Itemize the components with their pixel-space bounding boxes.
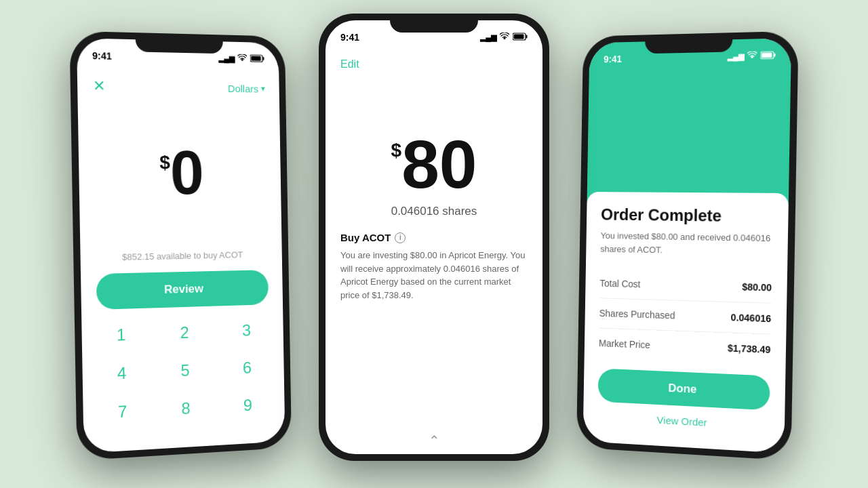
phone-3: 9:41 ▂▄▆ Order Complete You invested $80…: [576, 31, 799, 461]
currency-symbol-2: $: [391, 140, 402, 161]
signal-icon-1: ▂▄▆: [218, 54, 234, 63]
screen-2: Edit $ 80 0.046016 shares Buy ACOT i You…: [326, 50, 542, 454]
numpad-5[interactable]: 5: [153, 350, 216, 391]
status-icons-3: ▂▄▆: [728, 51, 776, 62]
order-row-market: Market Price $1,738.49: [599, 328, 771, 365]
dollars-dropdown[interactable]: Dollars: [228, 83, 265, 95]
numpad-3[interactable]: 3: [216, 311, 277, 350]
wifi-icon-3: [747, 52, 757, 62]
svg-rect-5: [514, 35, 524, 39]
chevron-up-icon[interactable]: ⌃: [429, 432, 440, 449]
screen-3: Order Complete You invested $80.00 and r…: [583, 68, 791, 453]
numpad-1[interactable]: 1: [88, 314, 153, 355]
phone1-header: ✕ Dollars: [77, 68, 279, 103]
order-complete-title: Order Complete: [601, 205, 773, 226]
numpad-4[interactable]: 4: [89, 353, 154, 394]
battery-icon-3: [760, 51, 776, 61]
currency-symbol-1: $: [159, 152, 170, 174]
view-order-button[interactable]: View Order: [597, 411, 770, 432]
screen-1: ✕ Dollars $ 0 $852.15 available to buy A…: [77, 68, 285, 453]
battery-icon-1: [250, 54, 264, 64]
svg-rect-4: [526, 35, 528, 39]
big-amount-1: 0: [170, 142, 204, 203]
shares-purchased-label: Shares Purchased: [599, 308, 675, 321]
notch-1: [136, 33, 223, 54]
review-button[interactable]: Review: [96, 270, 269, 310]
shares-text: 0.046016 shares: [326, 205, 542, 218]
shares-purchased-value: 0.046016: [731, 312, 772, 324]
phone-2: 9:41 ▂▄▆ Edit $ 80 0.046016 shares: [319, 14, 549, 461]
notch-2: [390, 14, 478, 33]
total-cost-value: $80.00: [742, 281, 772, 293]
phone3-top-green: [587, 68, 791, 207]
notch-3: [645, 33, 732, 54]
amount-display-2: $ 80: [326, 130, 542, 198]
phone-1: 9:41 ▂▄▆ ✕ Dollars $ 0 $: [69, 31, 292, 461]
order-desc: You invested $80.00 and received 0.04601…: [600, 229, 772, 258]
market-price-label: Market Price: [599, 338, 650, 350]
done-button[interactable]: Done: [597, 368, 770, 410]
total-cost-label: Total Cost: [599, 278, 640, 289]
numpad-2[interactable]: 2: [153, 312, 216, 352]
signal-icon-2: ▂▄▆: [480, 33, 496, 42]
info-icon[interactable]: i: [395, 232, 406, 243]
svg-rect-1: [262, 57, 264, 60]
battery-icon-2: [513, 33, 528, 42]
numpad-7[interactable]: 7: [90, 391, 155, 433]
numpad-8[interactable]: 8: [154, 388, 217, 430]
amount-display-1: $ 0: [79, 142, 281, 204]
signal-icon-3: ▂▄▆: [728, 52, 744, 62]
numpad-9[interactable]: 9: [217, 385, 279, 426]
buy-description: You are investing $80.00 in Apricot Ener…: [340, 249, 528, 302]
available-text-1: $852.15 available to buy ACOT: [80, 249, 281, 263]
edit-button[interactable]: Edit: [340, 58, 359, 70]
status-icons-2: ▂▄▆: [480, 33, 528, 42]
buy-title: Buy ACOT i: [340, 232, 528, 243]
status-icons-1: ▂▄▆: [218, 54, 264, 64]
numpad: 1 2 3 4 5 6 7 8 9: [81, 310, 285, 433]
time-2: 9:41: [340, 32, 359, 43]
svg-rect-7: [774, 54, 775, 57]
wifi-icon-2: [500, 33, 509, 42]
time-1: 9:41: [92, 50, 112, 62]
svg-rect-2: [251, 56, 261, 61]
market-price-value: $1,738.49: [728, 342, 771, 355]
big-amount-2: 80: [401, 130, 477, 198]
buy-section: Buy ACOT i You are investing $80.00 in A…: [326, 218, 542, 302]
order-row-total: Total Cost $80.00: [599, 268, 772, 304]
time-3: 9:41: [604, 54, 622, 64]
numpad-6[interactable]: 6: [216, 348, 278, 388]
phone2-header: Edit: [326, 50, 542, 76]
wifi-icon-1: [237, 54, 247, 64]
close-button[interactable]: ✕: [93, 77, 106, 96]
svg-rect-8: [762, 53, 772, 58]
